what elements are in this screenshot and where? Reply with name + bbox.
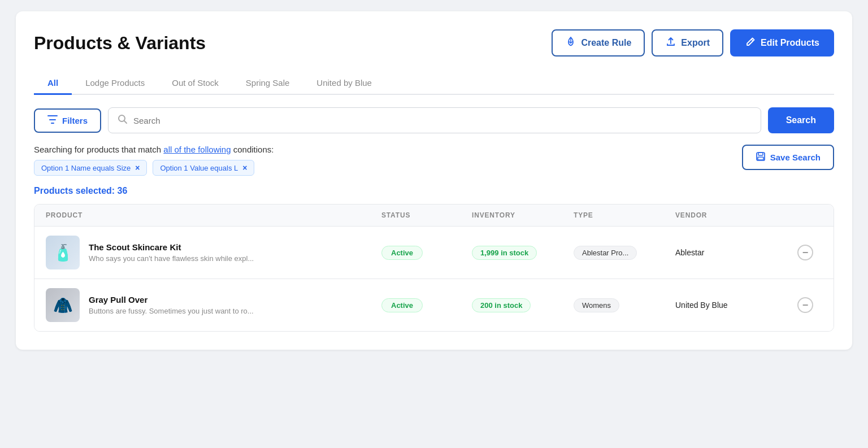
svg-rect-2 — [758, 153, 763, 155]
product-name-2: Gray Pull Over — [89, 295, 147, 305]
type-cell-2: Womens — [574, 298, 675, 312]
products-table: PRODUCT STATUS INVENTORY TYPE VENDOR 🧴 T… — [34, 204, 834, 332]
tag-option-value-remove[interactable]: × — [242, 163, 247, 172]
tags-row: Option 1 Name equals Size × Option 1 Val… — [34, 160, 274, 176]
tab-out-of-stock[interactable]: Out of Stock — [158, 72, 232, 95]
header-row: Products & Variants Create Rule — [34, 29, 834, 56]
search-row: Filters Search — [34, 107, 834, 133]
selected-prefix: Products selected: — [34, 186, 118, 195]
table-row: 🧥 Gray Pull Over Buttons are fussy. Some… — [34, 279, 834, 331]
vendor-text-2: United By Blue — [675, 301, 728, 310]
tab-all[interactable]: All — [34, 72, 72, 95]
conditions-prefix: Searching for products that match — [34, 145, 163, 154]
status-badge-1: Active — [381, 246, 423, 260]
tag-option-value: Option 1 Value equals L × — [153, 160, 254, 176]
row-action-1: − — [788, 245, 822, 260]
save-search-button[interactable]: Save Search — [742, 145, 834, 170]
edit-products-label: Edit Products — [761, 38, 819, 48]
row-action-2: − — [788, 297, 822, 313]
col-actions — [788, 211, 822, 219]
type-badge-2: Womens — [574, 298, 619, 312]
col-vendor: VENDOR — [675, 211, 788, 219]
export-label: Export — [681, 38, 710, 48]
create-rule-button[interactable]: Create Rule — [552, 29, 645, 56]
tag-option-name-remove[interactable]: × — [135, 163, 140, 172]
type-cell-1: Ablestar Pro... — [574, 246, 675, 260]
status-cell-1: Active — [381, 246, 472, 260]
type-badge-1: Ablestar Pro... — [574, 246, 637, 260]
table-row: 🧴 The Scout Skincare Kit Who says you ca… — [34, 227, 834, 279]
export-icon — [665, 36, 676, 50]
selected-count: Products selected: 36 — [34, 186, 834, 196]
product-cell-2: 🧥 Gray Pull Over Buttons are fussy. Some… — [46, 288, 381, 322]
filters-label: Filters — [62, 116, 88, 125]
filters-button[interactable]: Filters — [34, 108, 101, 133]
main-card: Products & Variants Create Rule — [16, 11, 852, 350]
col-status: STATUS — [381, 211, 472, 219]
product-desc-1: Who says you can't have flawless skin wh… — [89, 254, 254, 263]
product-thumbnail-1: 🧴 — [46, 236, 80, 269]
product-info-2: Gray Pull Over Buttons are fussy. Someti… — [89, 295, 254, 315]
vendor-cell-1: Ablestar — [675, 247, 788, 258]
conditions-row: Searching for products that match all of… — [34, 145, 834, 176]
inventory-badge-2: 200 in stock — [472, 298, 531, 312]
svg-rect-3 — [758, 157, 763, 160]
create-rule-icon — [565, 36, 576, 50]
tabs-row: All Lodge Products Out of Stock Spring S… — [34, 72, 834, 95]
col-product: PRODUCT — [46, 211, 381, 219]
status-cell-2: Active — [381, 298, 472, 312]
inventory-badge-1: 1,999 in stock — [472, 246, 537, 260]
row-remove-1[interactable]: − — [797, 245, 813, 260]
inventory-cell-1: 1,999 in stock — [472, 246, 574, 260]
product-cell-1: 🧴 The Scout Skincare Kit Who says you ca… — [46, 236, 381, 269]
export-button[interactable]: Export — [652, 29, 723, 56]
edit-icon — [745, 36, 756, 50]
table-header: PRODUCT STATUS INVENTORY TYPE VENDOR — [34, 205, 834, 227]
conditions-suffix: conditions: — [233, 145, 274, 154]
tab-lodge-products[interactable]: Lodge Products — [72, 72, 158, 95]
tab-spring-sale[interactable]: Spring Sale — [232, 72, 303, 95]
conditions-link[interactable]: all of the following — [163, 145, 231, 154]
tab-united-by-blue[interactable]: United by Blue — [303, 72, 385, 95]
product-info-1: The Scout Skincare Kit Who says you can'… — [89, 242, 254, 263]
conditions-text: Searching for products that match all of… — [34, 145, 274, 154]
vendor-cell-2: United By Blue — [675, 300, 788, 310]
col-type: TYPE — [574, 211, 675, 219]
search-input[interactable] — [133, 116, 752, 125]
filter-icon — [47, 115, 58, 126]
save-search-label: Save Search — [770, 153, 821, 162]
header-buttons: Create Rule Export Edit — [552, 29, 834, 56]
product-name-1: The Scout Skincare Kit — [89, 242, 181, 252]
product-desc-2: Buttons are fussy. Sometimes you just wa… — [89, 307, 254, 315]
tag-option-value-label: Option 1 Value equals L — [160, 164, 238, 172]
conditions-left: Searching for products that match all of… — [34, 145, 274, 176]
search-icon — [118, 114, 128, 127]
page-title: Products & Variants — [34, 33, 206, 54]
search-button[interactable]: Search — [768, 107, 834, 133]
tag-option-name-label: Option 1 Name equals Size — [41, 164, 131, 172]
selected-number: 36 — [118, 186, 128, 195]
vendor-text-1: Ablestar — [675, 248, 704, 257]
status-badge-2: Active — [381, 298, 423, 312]
col-inventory: INVENTORY — [472, 211, 574, 219]
tag-option-name: Option 1 Name equals Size × — [34, 160, 147, 176]
edit-products-button[interactable]: Edit Products — [730, 29, 834, 56]
save-icon — [756, 151, 766, 163]
product-thumbnail-2: 🧥 — [46, 288, 80, 322]
search-input-wrapper — [108, 107, 761, 133]
create-rule-label: Create Rule — [581, 38, 631, 48]
inventory-cell-2: 200 in stock — [472, 298, 574, 312]
row-remove-2[interactable]: − — [797, 297, 813, 313]
